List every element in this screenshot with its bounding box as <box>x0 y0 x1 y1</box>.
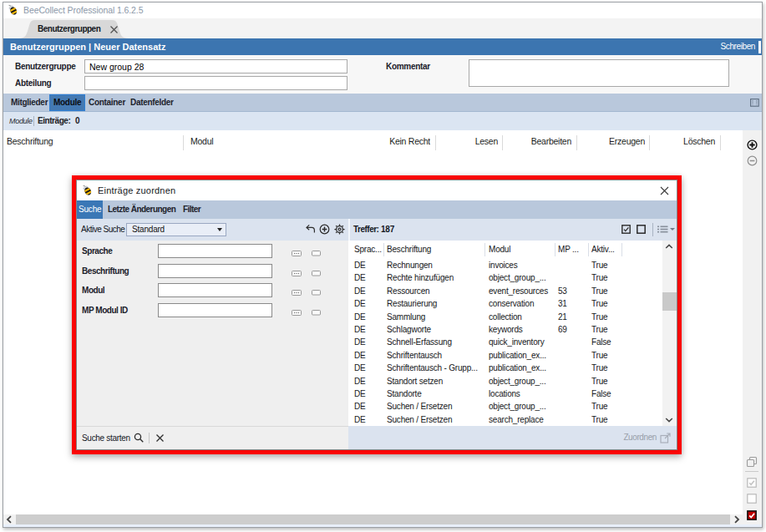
results-column-header-sprache[interactable]: Sprac... <box>354 241 384 259</box>
document-tab-benutzergruppen[interactable]: Benutzergruppen <box>18 20 129 38</box>
dialog-close-button[interactable] <box>660 186 669 197</box>
dialog-tab-letzte-aenderungen[interactable]: Letzte Änderungen <box>108 200 175 219</box>
document-tab-close-icon[interactable] <box>109 25 119 36</box>
module-column-header-beschriftung[interactable]: Beschriftung <box>7 130 178 152</box>
result-row[interactable]: DESchriftentauschpublication_ex...True <box>348 349 662 362</box>
field-mask-button[interactable] <box>312 307 321 317</box>
results-vertical-scrollbar[interactable] <box>662 241 677 426</box>
scroll-down-button[interactable] <box>664 415 674 425</box>
document-tab-row: Benutzergruppen <box>3 18 762 38</box>
tab-mitglieder[interactable]: Mitglieder <box>8 94 51 111</box>
result-cell-beschriftung: Restaurierung <box>387 297 486 310</box>
search-settings-button[interactable] <box>334 224 345 236</box>
add-search-button[interactable] <box>319 224 330 236</box>
module-column-header-erzeugen[interactable]: Erzeugen <box>578 130 645 152</box>
mp-modul-id-input[interactable] <box>158 303 272 317</box>
view-options-button[interactable] <box>657 225 668 236</box>
remove-entry-button[interactable] <box>747 155 758 168</box>
result-cell-aktiv: True <box>591 375 628 388</box>
scroll-left-button[interactable] <box>3 514 15 524</box>
combo-caret-icon <box>217 228 222 231</box>
field-options-button[interactable] <box>292 307 302 317</box>
kommentar-textarea[interactable] <box>469 59 729 87</box>
result-row[interactable]: DESuchen / Ersetzensearch_replaceTrue <box>348 413 662 426</box>
check-all-button[interactable] <box>747 478 757 489</box>
panel-layout-button[interactable] <box>750 99 759 109</box>
toolbar-separator-2 <box>652 223 653 236</box>
module-column-header-loeschen[interactable]: Löschen <box>648 130 715 152</box>
result-cell-modul: object_group_... <box>489 271 556 284</box>
select-all-button[interactable] <box>621 225 631 236</box>
tab-module[interactable]: Module <box>49 94 85 111</box>
result-cell-modul: locations <box>489 388 556 400</box>
field-mask-button[interactable] <box>312 287 321 297</box>
sprache-input[interactable] <box>158 244 272 258</box>
scroll-right-button[interactable] <box>731 514 743 524</box>
document-tab-label: Benutzergruppen <box>38 20 100 38</box>
result-cell-sprache: DE <box>354 400 384 413</box>
result-row[interactable]: DERechte hinzufügenobject_group_...True <box>348 271 662 284</box>
horizontal-scrollbar[interactable] <box>3 514 743 524</box>
module-column-header-lesen[interactable]: Lesen <box>431 130 498 152</box>
dialog-toolbar: Aktive Suche Standard Treffer: 187 <box>77 219 677 241</box>
copy-button[interactable] <box>746 456 758 469</box>
benutzergruppe-input[interactable] <box>84 59 347 73</box>
undo-search-button[interactable] <box>305 224 316 236</box>
field-blank-icon <box>312 251 321 256</box>
results-column-header-beschriftung[interactable]: Beschriftung <box>387 241 486 259</box>
uncheck-all-button[interactable] <box>747 494 757 505</box>
dialog-tab-suche[interactable]: Suche <box>77 200 103 219</box>
result-row[interactable]: DESammlungcollection21True <box>348 311 662 323</box>
chevron-right-icon <box>732 514 742 524</box>
module-column-header-bearbeiten[interactable]: Bearbeiten <box>505 130 571 152</box>
field-options-button[interactable] <box>292 268 302 278</box>
result-row[interactable]: DERessourcenevent_resources53True <box>348 285 662 297</box>
module-column-header-modul[interactable]: Modul <box>190 130 383 152</box>
result-cell-modul: collection <box>489 311 556 323</box>
module-column-header-kein-recht[interactable]: Kein Recht <box>363 130 430 152</box>
result-row[interactable]: DERechnungeninvoicesTrue <box>348 259 662 271</box>
vertical-scrollbar-thumb[interactable] <box>662 292 677 311</box>
result-cell-modul: object_group_... <box>489 375 556 388</box>
active-search-combobox[interactable]: Standard <box>126 223 226 236</box>
deselect-all-button[interactable] <box>637 225 646 236</box>
add-entry-button[interactable] <box>747 139 758 152</box>
schreiben-button[interactable]: Schreiben <box>721 38 755 55</box>
modul-input[interactable] <box>158 283 272 297</box>
result-row[interactable]: DESchlagwortekeywords69True <box>348 323 662 336</box>
field-mask-button[interactable] <box>312 248 321 258</box>
horizontal-scrollbar-thumb[interactable] <box>16 514 730 524</box>
results-column-header-aktiv[interactable]: Aktiv... <box>591 241 628 259</box>
tab-datenfelder[interactable]: Datenfelder <box>127 94 177 111</box>
abteilung-input[interactable] <box>84 76 347 90</box>
result-row[interactable]: DERestaurierungconservation31True <box>348 297 662 310</box>
result-cell-aktiv: True <box>591 400 628 413</box>
dialog-tab-filter[interactable]: Filter <box>183 200 200 219</box>
beschriftung-input[interactable] <box>158 264 272 278</box>
result-row[interactable]: DEStandortelocationsFalse <box>348 388 662 400</box>
field-mask-button[interactable] <box>312 268 321 278</box>
results-column-header-mp-modul-id[interactable]: MP ... <box>558 241 589 259</box>
required-toggle-button[interactable] <box>747 510 757 522</box>
result-cell-beschriftung: Sammlung <box>387 311 486 323</box>
right-tool-strip <box>743 130 762 524</box>
result-row[interactable]: DESchriftentausch - Grupp...publication_… <box>348 362 662 374</box>
field-dots-icon <box>292 310 302 316</box>
result-row[interactable]: DESchnell-Erfassungquick_inventoryFalse <box>348 336 662 348</box>
field-options-button[interactable] <box>292 248 302 258</box>
window-titlebar: BeeCollect Professional 1.6.2.5 <box>3 3 762 18</box>
suche-starten-button[interactable]: Suche starten <box>82 427 130 449</box>
result-row[interactable]: DESuchen / Ersetzenobject_group_...True <box>348 400 662 413</box>
result-cell-beschriftung: Schriftentausch - Grupp... <box>387 362 486 374</box>
field-options-button[interactable] <box>292 287 302 297</box>
clear-search-button[interactable] <box>155 433 165 444</box>
results-column-header-modul[interactable]: Modul <box>489 241 556 259</box>
scroll-up-button[interactable] <box>664 242 674 252</box>
tab-container[interactable]: Container <box>85 94 129 111</box>
zuordnen-button[interactable]: Zuordnen <box>623 426 657 449</box>
result-cell-beschriftung: Ressourcen <box>387 285 486 297</box>
result-row[interactable]: DEStandort setzenobject_group_...True <box>348 375 662 388</box>
search-start-icon-button[interactable] <box>134 433 145 445</box>
result-cell-sprache: DE <box>354 336 384 348</box>
results-table-header: Sprac...BeschriftungModulMP ...Aktiv... <box>348 241 662 259</box>
